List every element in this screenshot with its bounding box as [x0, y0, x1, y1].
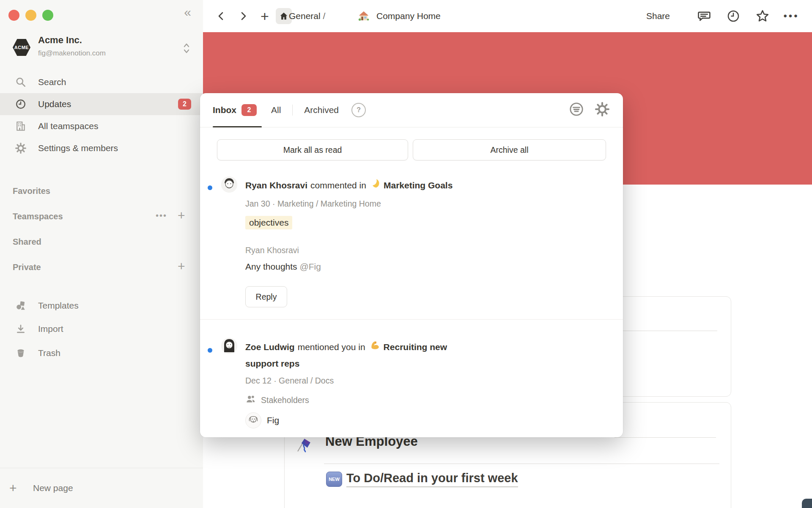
- sidebar-item-label: Import: [38, 324, 63, 334]
- mention[interactable]: @Fig: [299, 262, 321, 271]
- comments-icon[interactable]: [694, 0, 714, 32]
- templates-icon: [14, 299, 27, 312]
- tab-inbox[interactable]: Inbox 2: [213, 104, 257, 116]
- sidebar-item-trash[interactable]: Trash: [0, 342, 203, 364]
- inbox-badge: 2: [241, 104, 257, 116]
- section-header-favorites[interactable]: Favorites: [13, 186, 50, 196]
- reply-button[interactable]: Reply: [245, 286, 287, 307]
- page-link-wrap[interactable]: support reps: [245, 359, 299, 368]
- zoom-window-button[interactable]: [42, 10, 53, 21]
- notification-title[interactable]: Zoe Ludwig mentioned you in Recruiting n…: [245, 339, 447, 372]
- stakeholders-property: Stakeholders: [245, 394, 309, 407]
- title-divider: [324, 464, 719, 464]
- gear-icon[interactable]: [594, 101, 610, 119]
- teamspaces-more-icon[interactable]: •••: [156, 211, 167, 221]
- sidebar-item-label: All teamspaces: [38, 121, 98, 131]
- sidebar-item-updates[interactable]: Updates 2: [0, 93, 203, 115]
- favorite-star-icon[interactable]: [753, 0, 772, 32]
- breadcrumb-root[interactable]: General /: [289, 0, 325, 32]
- sidebar-item-label: Templates: [38, 301, 79, 311]
- active-tab-underline: [213, 126, 262, 127]
- sidebar: « ACME Acme Inc. fig@makenotion.com Sear…: [0, 0, 203, 508]
- new-page-label: New page: [33, 483, 73, 493]
- notification-title[interactable]: Ryan Khosravi commented in Marketing Goa…: [245, 177, 453, 193]
- section-header-shared[interactable]: Shared: [13, 237, 41, 247]
- kite-emoji: [295, 437, 313, 457]
- notification-meta: Dec 12 · General / Docs: [245, 376, 334, 386]
- sidebar-item-label: Updates: [38, 99, 71, 109]
- workspace-email: fig@makenotion.com: [38, 49, 106, 58]
- unread-dot: [208, 348, 212, 353]
- comment-author: Ryan Khosravi: [245, 246, 299, 255]
- sidebar-item-settings[interactable]: Settings & members: [0, 137, 203, 159]
- new-emoji: NEW: [326, 472, 342, 487]
- sidebar-item-label: Search: [38, 77, 66, 87]
- workspace-logo: ACME: [13, 39, 30, 56]
- minimize-window-button[interactable]: [25, 10, 36, 21]
- sidebar-item-label: Settings & members: [38, 143, 118, 153]
- section-header-teamspaces[interactable]: Teamspaces: [13, 212, 63, 221]
- workspace-switcher-icon[interactable]: [183, 42, 190, 56]
- breadcrumb-page[interactable]: Company Home: [376, 0, 441, 32]
- card-divider: [614, 437, 716, 438]
- collapse-sidebar-icon[interactable]: «: [184, 6, 191, 19]
- todo-page-link[interactable]: To Do/Read in your first week: [346, 471, 518, 487]
- filter-icon[interactable]: [568, 101, 585, 119]
- more-options-icon[interactable]: •••: [781, 0, 802, 32]
- new-page-button[interactable]: + New page: [0, 468, 203, 508]
- sidebar-item-all-teamspaces[interactable]: All teamspaces: [0, 115, 203, 137]
- clock-icon: [14, 98, 27, 110]
- tab-archived[interactable]: Archived: [304, 105, 339, 115]
- action-text: commented in: [310, 177, 366, 193]
- workspace-name[interactable]: Acme Inc.: [38, 35, 82, 46]
- dog-avatar: [245, 412, 261, 428]
- trash-icon: [14, 347, 27, 359]
- teamspaces-add-icon[interactable]: +: [178, 208, 185, 223]
- notification-divider: [200, 319, 623, 320]
- moon-emoji: [370, 177, 381, 193]
- topbar: + General / Company Home Share •••: [203, 0, 812, 32]
- person-chip[interactable]: Fig: [245, 412, 279, 428]
- unread-dot: [208, 185, 212, 190]
- updates-badge: 2: [178, 99, 191, 110]
- notification-meta: Jan 30 · Marketing / Marketing Home: [245, 199, 381, 209]
- sidebar-item-label: Trash: [38, 348, 60, 358]
- history-clock-icon[interactable]: [724, 0, 743, 32]
- back-button[interactable]: [215, 0, 228, 32]
- tab-inbox-label: Inbox: [213, 105, 236, 115]
- image-corner: [802, 499, 812, 508]
- updates-inbox-popover: Inbox 2 All Archived ? Mark all as read …: [200, 93, 623, 437]
- help-icon[interactable]: ?: [351, 103, 366, 117]
- action-text: mentioned you in: [298, 339, 365, 355]
- import-icon: [14, 323, 27, 335]
- page-link[interactable]: Recruiting new: [384, 339, 447, 355]
- section-header-private[interactable]: Private: [13, 262, 41, 272]
- quoted-text[interactable]: objectives: [245, 216, 292, 229]
- sidebar-item-search[interactable]: Search: [0, 71, 203, 93]
- comment-text: Any thoughts @Fig: [245, 262, 321, 272]
- user-name: Ryan Khosravi: [245, 177, 307, 193]
- property-label: Stakeholders: [261, 395, 309, 405]
- flex-arm-emoji: [370, 339, 381, 355]
- page-link[interactable]: Marketing Goals: [384, 177, 453, 193]
- sidebar-item-import[interactable]: Import: [0, 318, 203, 340]
- mark-all-read-button[interactable]: Mark all as read: [217, 139, 408, 160]
- share-button[interactable]: Share: [646, 0, 670, 32]
- close-window-button[interactable]: [8, 10, 19, 21]
- gear-icon: [14, 142, 27, 155]
- private-add-icon[interactable]: +: [178, 259, 185, 273]
- search-icon: [14, 76, 27, 88]
- house-garden-emoji: [355, 0, 372, 32]
- people-icon: [245, 394, 256, 407]
- tab-divider: [292, 105, 293, 116]
- tab-all[interactable]: All: [271, 105, 281, 115]
- person-name: Fig: [267, 415, 279, 425]
- user-name: Zoe Ludwig: [245, 339, 295, 355]
- new-tab-button[interactable]: +: [258, 0, 272, 32]
- avatar: [221, 338, 237, 354]
- building-icon: [14, 120, 27, 133]
- inbox-tab-bar: Inbox 2 All Archived ?: [200, 93, 623, 127]
- sidebar-item-templates[interactable]: Templates: [0, 295, 203, 317]
- forward-button[interactable]: [237, 0, 250, 32]
- archive-all-button[interactable]: Archive all: [413, 139, 606, 160]
